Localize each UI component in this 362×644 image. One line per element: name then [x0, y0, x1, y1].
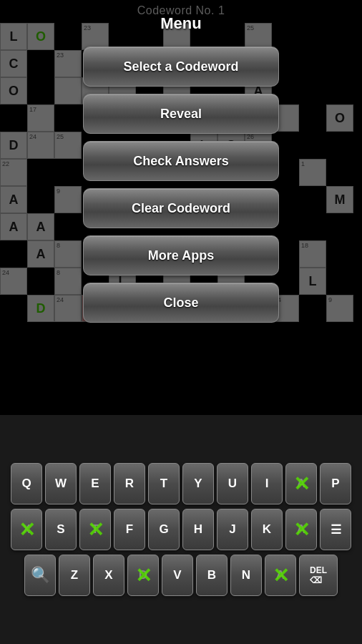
key-u[interactable]: U — [217, 463, 248, 504]
key-x2[interactable]: X — [93, 555, 124, 596]
keyboard-row-2: X ✕ S T ✕ F G H J K A ✕ ☰ — [11, 509, 351, 550]
key-d-crossed[interactable]: D ✕ — [127, 555, 159, 596]
keyboard-row-1: Q W E R T Y U I A ✕ P — [11, 463, 351, 504]
menu-overlay: Menu Select a Codeword Reveal Check Answ… — [0, 0, 362, 401]
key-r[interactable]: R — [114, 463, 145, 504]
keyboard-row-3: 🔍 Z X D ✕ V B N A ✕ DEL⌫ — [24, 555, 338, 596]
key-f[interactable]: F — [114, 509, 145, 550]
key-a-crossed[interactable]: A ✕ — [285, 509, 317, 550]
key-s[interactable]: S — [45, 509, 77, 550]
key-h[interactable]: H — [182, 509, 214, 550]
key-zoom[interactable]: 🔍 — [24, 555, 56, 596]
key-q[interactable]: Q — [11, 463, 42, 504]
key-j[interactable]: J — [217, 509, 248, 550]
key-menu[interactable]: ☰ — [320, 509, 351, 550]
reveal-button[interactable]: Reveal — [83, 94, 279, 134]
key-g[interactable]: G — [148, 509, 180, 550]
key-i[interactable]: I — [251, 463, 283, 504]
keyboard-area: Q W E R T Y U I A ✕ P X ✕ S T ✕ F G H J … — [0, 415, 362, 644]
key-v[interactable]: V — [162, 555, 193, 596]
select-codeword-button[interactable]: Select a Codeword — [83, 47, 279, 87]
key-t[interactable]: T — [148, 463, 180, 504]
key-o-crossed[interactable]: A ✕ — [285, 463, 317, 504]
clear-codeword-button[interactable]: Clear Codeword — [83, 188, 279, 228]
key-e[interactable]: E — [79, 463, 111, 504]
more-apps-button[interactable]: More Apps — [83, 235, 279, 275]
key-z[interactable]: Z — [59, 555, 90, 596]
key-p[interactable]: P — [320, 463, 351, 504]
key-a2-crossed[interactable]: A ✕ — [265, 555, 296, 596]
key-n[interactable]: N — [230, 555, 262, 596]
check-answers-button[interactable]: Check Answers — [83, 141, 279, 181]
key-b[interactable]: B — [196, 555, 228, 596]
key-k[interactable]: K — [251, 509, 283, 550]
key-t-crossed[interactable]: T ✕ — [79, 509, 111, 550]
key-del[interactable]: DEL⌫ — [299, 555, 338, 596]
menu-title: Menu — [160, 14, 201, 33]
key-y[interactable]: Y — [182, 463, 214, 504]
key-x-crossed1[interactable]: X ✕ — [11, 509, 42, 550]
key-w[interactable]: W — [45, 463, 77, 504]
close-button[interactable]: Close — [83, 283, 279, 323]
